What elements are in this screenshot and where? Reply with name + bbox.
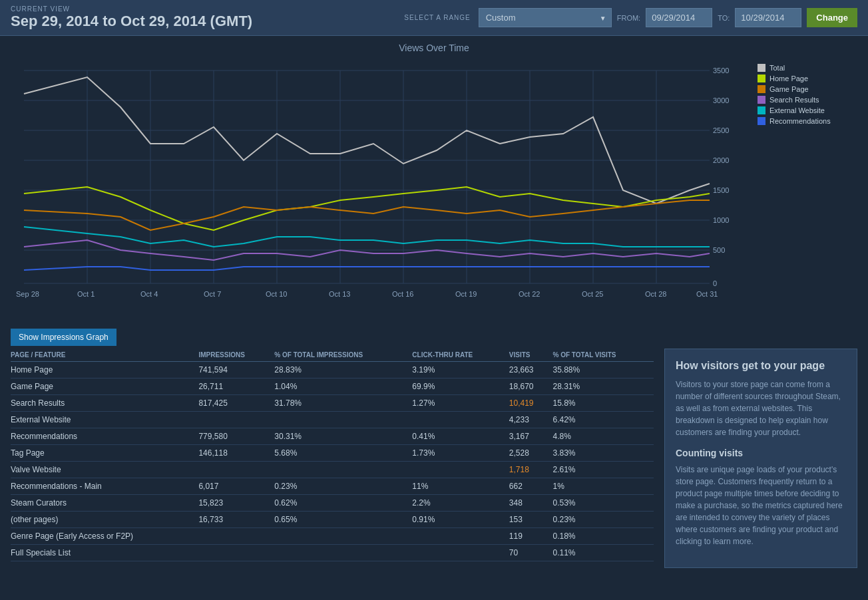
table-cell-value: 15,823 (198, 495, 274, 512)
legend-label-externalwebsite: External Website (769, 106, 825, 114)
legend-color-externalwebsite (758, 106, 765, 114)
table-cell-page: Home Page (11, 362, 198, 378)
table-cell-value: 0.91% (412, 512, 509, 528)
table-cell-value: 146,118 (198, 445, 274, 462)
table-cell-page: Game Page (11, 378, 198, 395)
info-panel-title2: Counting visits (676, 448, 846, 458)
svg-text:Oct 25: Oct 25 (582, 290, 603, 298)
col-header-pct-impressions: % OF TOTAL IMPRESSIONS (274, 349, 412, 362)
col-header-page: PAGE / FEATURE (11, 349, 198, 362)
legend-item-externalwebsite: External Website (758, 106, 857, 114)
show-impressions-button[interactable]: Show Impressions Graph (11, 329, 116, 346)
legend-label-searchresults: Search Results (769, 96, 819, 104)
current-view-label: CURRENT VIEW (11, 5, 252, 13)
table-cell-value: 0.23% (553, 512, 654, 528)
chart-area: 3500 3000 2500 2000 1500 1000 500 0 Sep … (11, 57, 751, 317)
table-cell-value: 741,594 (198, 362, 274, 378)
to-date-input[interactable] (735, 8, 801, 27)
table-cell-value (274, 412, 412, 428)
chart-svg: 3500 3000 2500 2000 1500 1000 500 0 Sep … (11, 57, 730, 317)
svg-text:Oct 28: Oct 28 (645, 290, 666, 298)
table-cell-value: 3,167 (509, 428, 553, 445)
table-cell-value (198, 528, 274, 545)
range-select[interactable]: Custom (479, 8, 612, 27)
from-date-input[interactable] (646, 8, 712, 27)
legend-label-gamepage: Game Page (769, 85, 809, 93)
table-cell-value: 1% (553, 478, 654, 495)
change-button[interactable]: Change (807, 8, 857, 27)
legend-item-searchresults: Search Results (758, 96, 857, 104)
table-row: Home Page741,59428.83%3.19%23,66335.88% (11, 362, 654, 378)
legend-color-searchresults (758, 96, 765, 104)
col-header-ctr: CLICK-THRU RATE (412, 349, 509, 362)
table-cell-value: 0.18% (553, 528, 654, 545)
legend-item-gamepage: Game Page (758, 85, 857, 93)
table-cell-value: 0.53% (553, 495, 654, 512)
table-cell-value: 3.19% (412, 362, 509, 378)
chart-section: Views Over Time (0, 36, 868, 323)
table-row: Full Specials List700.11% (11, 545, 654, 561)
legend-item-homepage: Home Page (758, 75, 857, 82)
svg-text:500: 500 (713, 246, 725, 254)
chart-legend: Total Home Page Game Page Search Results… (758, 57, 857, 317)
table-cell-value: 18,670 (509, 378, 553, 395)
legend-color-gamepage (758, 85, 765, 93)
current-view-section: CURRENT VIEW Sep 29, 2014 to Oct 29, 201… (11, 5, 252, 30)
legend-color-recommendations (758, 117, 765, 125)
table-cell-value: 2.2% (412, 495, 509, 512)
table-cell-value (412, 412, 509, 428)
svg-text:Sep 28: Sep 28 (16, 290, 39, 298)
table-header-row: PAGE / FEATURE IMPRESSIONS % OF TOTAL IM… (11, 349, 654, 362)
svg-text:Oct 4: Oct 4 (140, 290, 158, 298)
svg-text:0: 0 (713, 279, 717, 287)
table-cell-value: 5.68% (274, 445, 412, 462)
table-cell-value (412, 528, 509, 545)
table-cell-value (274, 462, 412, 478)
info-panel: How visitors get to your page Visitors t… (664, 349, 857, 568)
table-row: External Website4,2336.42% (11, 412, 654, 428)
table-row: Tag Page146,1185.68%1.73%2,5283.83% (11, 445, 654, 462)
info-panel-text1: Visitors to your store page can come fro… (676, 378, 846, 438)
table-cell-value: 28.31% (553, 378, 654, 395)
table-row: Recommendations - Main6,0170.23%11%6621% (11, 478, 654, 495)
legend-color-total (758, 64, 765, 72)
table-cell-value (198, 412, 274, 428)
data-table-area: PAGE / FEATURE IMPRESSIONS % OF TOTAL IM… (11, 349, 654, 568)
table-cell-value: 28.83% (274, 362, 412, 378)
table-cell-value: 1.04% (274, 378, 412, 395)
table-cell-value: 3.83% (553, 445, 654, 462)
col-header-impressions: IMPRESSIONS (198, 349, 274, 362)
legend-label-recommendations: Recommendations (769, 117, 831, 125)
table-row: Recommendations779,58030.31%0.41%3,1674.… (11, 428, 654, 445)
legend-item-recommendations: Recommendations (758, 117, 857, 125)
table-cell-page: External Website (11, 412, 198, 428)
legend-color-homepage (758, 75, 765, 82)
table-row: Valve Website1,7182.61% (11, 462, 654, 478)
table-cell-value: 26,711 (198, 378, 274, 395)
header-bar: CURRENT VIEW Sep 29, 2014 to Oct 29, 201… (0, 0, 868, 36)
info-panel-title1: How visitors get to your page (676, 360, 846, 372)
legend-label-homepage: Home Page (769, 75, 808, 82)
table-cell-page: Recommendations (11, 428, 198, 445)
table-cell-value: 0.23% (274, 478, 412, 495)
svg-text:Oct 13: Oct 13 (329, 290, 350, 298)
select-range-label: SELECT A RANGE (404, 14, 470, 21)
table-row: Game Page26,7111.04%69.9%18,67028.31% (11, 378, 654, 395)
table-cell-page: Tag Page (11, 445, 198, 462)
svg-text:Oct 16: Oct 16 (392, 290, 413, 298)
from-label: FROM: (617, 14, 640, 22)
table-cell-value (274, 545, 412, 561)
table-cell-page: Search Results (11, 395, 198, 412)
table-cell-value: 2,528 (509, 445, 553, 462)
chart-title: Views Over Time (11, 43, 857, 53)
col-header-visits: VISITS (509, 349, 553, 362)
table-cell-value: 779,580 (198, 428, 274, 445)
table-cell-value: 16,733 (198, 512, 274, 528)
table-cell-value (412, 462, 509, 478)
table-cell-page: Recommendations - Main (11, 478, 198, 495)
svg-text:Oct 10: Oct 10 (266, 290, 287, 298)
svg-text:3000: 3000 (713, 96, 729, 104)
data-table: PAGE / FEATURE IMPRESSIONS % OF TOTAL IM… (11, 349, 654, 561)
svg-text:Oct 1: Oct 1 (77, 290, 95, 298)
legend-label-total: Total (769, 64, 785, 72)
